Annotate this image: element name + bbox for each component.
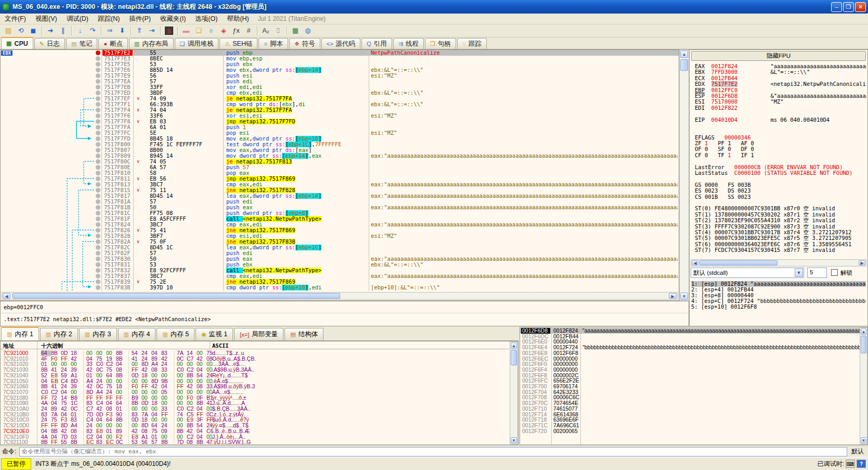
menu-插件(P)[interactable]: 插件(P) [124,14,156,24]
disasm-row[interactable]: 7517F7F4∨74 04je netapi32.7517F7FA [1,107,679,113]
tab-局部变量[interactable]: [x=]局部变量 [234,328,283,340]
row-dot[interactable] [96,131,100,135]
tab-内存布局[interactable]: ▥内存布局 [129,38,173,49]
registers-hscrollbar[interactable]: ◀ ▶ [691,259,866,266]
stack-row[interactable]: 0012F71074615077 [520,406,861,412]
register-line[interactable]: ES 0023 DS 0023 [695,188,866,194]
argument-row[interactable]: 2: [esp+4] 0012FB44 [691,287,866,293]
ordinals-icon[interactable]: # [243,26,254,36]
register-line[interactable]: EIP 004010D4 ms_06_040.004010D4 [695,117,866,123]
menu-调试(D)[interactable]: 调试(D) [62,14,93,24]
register-line[interactable]: LastStatus C0000100 (STATUS_VARIABLE_NOT… [695,170,866,176]
row-dot[interactable] [96,257,100,261]
registers-pane[interactable]: 隐藏FPU EAX 0012F824 "aaaaaaaaaaaaaaaaaaaa… [689,49,868,326]
disasm-row[interactable]: 7517F839∨75 2Ejne netapi32.7517F869 [1,279,679,285]
row-dot[interactable] [96,142,100,147]
memory-dump-pane[interactable]: 地址 十六进制 ASCII 7C921000648B0D180000008B54… [0,341,519,445]
disasm-row[interactable]: 7517F826∨75 41jne netapi32.7517F869 [1,227,679,233]
register-line[interactable] [695,111,866,117]
disasm-row[interactable]: 7517F83B397D 10cmp dword ptr ss:[ebp+10]… [1,285,679,290]
args-depth-spinner[interactable]: 5 ▲▼ [807,268,827,278]
stack-vscrollbar[interactable]: ▲ ▼ [860,327,867,444]
maximize-button[interactable]: ❐ [843,2,854,12]
tab-线程[interactable]: ⇉线程 [393,38,424,49]
disassembly-pane[interactable]: EDX 7517F7E255push ebpNetpwPathCanonical… [0,49,679,301]
row-dot[interactable] [96,154,100,158]
disasm-row[interactable]: 7517F7F8∨EB 03jmp netapi32.7517F7FD [1,119,679,124]
register-line[interactable]: EAX 0012F824 "aaaaaaaaaaaaaaaaaaaaaaaaaa… [695,63,866,69]
disasm-row[interactable]: 7517F83050push eaxeax:"aaaaaaaaaaaaaaaaa… [1,256,679,262]
row-dot[interactable] [96,165,100,170]
help-icon[interactable]: ? [857,460,866,468]
disasm-row[interactable]: 7517F7ED3BDFcmp ebx,ediebx:&L"=::=::\\" [1,90,679,96]
tab-源代码[interactable]: <>源代码 [321,38,360,49]
row-dot[interactable] [96,222,100,227]
register-line[interactable]: ECX 0012FB44 [695,75,866,81]
row-dot[interactable] [96,73,100,78]
step-out-icon[interactable]: ⬇ [116,26,128,36]
close-button[interactable]: ✕ [855,2,866,12]
disasm-row[interactable]: 7517F81FE8 A5FCFFFFcall <netapi32.NetpwP… [1,216,679,222]
register-line[interactable]: EFLAGS 00000346 [695,135,866,141]
tab-内存 2[interactable]: ▥内存 2 [40,328,78,340]
tab-结构体[interactable]: ▤结构体 [284,328,323,340]
register-line[interactable]: GS 0000 FS 003B [695,182,866,188]
register-line[interactable]: OF 0 SF 0 DF 0 [695,146,866,152]
register-line[interactable]: ESI 75170000 "MZ" [695,99,866,105]
row-dot[interactable] [96,211,100,215]
calculator-icon[interactable]: ▦ [290,26,301,36]
run-icon[interactable]: ➜ [45,26,56,36]
row-dot[interactable] [96,285,100,290]
argument-row[interactable]: 1: [esp] 0012F824 "aaaaaaaaaaaaaaaaaaaaa… [691,281,866,287]
disasm-row[interactable]: 7517F8243BC7cmp eax,edieax:"aaaaaaaaaaaa… [1,222,679,227]
row-dot[interactable] [96,199,100,204]
disasm-row[interactable]: 7517F7E255push ebpNetpwPathCanonicalize [1,50,679,56]
row-dot[interactable] [96,176,100,181]
row-dot[interactable] [96,228,100,233]
stack-pane[interactable]: 0012F6D80012F824"aaaaaaaaaaaaaaaaaaaaaaa… [520,327,868,445]
row-dot[interactable] [96,125,100,130]
register-line[interactable]: EBP 0012FFC0 [695,87,866,93]
row-dot[interactable] [96,171,100,175]
tab-SEH链[interactable]: ⚠SEH链 [219,38,257,49]
dump-vscrollbar[interactable]: ▲ ▼ [510,341,518,444]
row-dot[interactable] [96,68,100,72]
register-line[interactable]: ST(2) 1378023EF90C055A4310 x87r2 空 inval… [695,218,866,223]
row-dot[interactable] [96,91,100,95]
register-line[interactable]: ST(3) FFFF7C9302087C92E900 x87r3 空 inval… [695,224,866,230]
menu-视图(V)[interactable]: 视图(V) [31,14,62,24]
disasm-row[interactable]: 7517F82F57push edi [1,250,679,256]
disasm-row[interactable]: 7517F8373BC7cmp eax,edieax:"aaaaaaaaaaaa… [1,273,679,279]
argument-row[interactable]: 3: [esp+8] 00000440 [691,293,866,298]
patches-icon[interactable]: ▬ [180,26,192,36]
tab-日志[interactable]: ✎日志 [34,38,65,49]
run-to-user-code-icon[interactable]: ⇥ [146,26,158,36]
disasm-row[interactable]: 7517F7FA6A 01push 1 [1,124,679,130]
tab-CPU[interactable]: ▦CPU [1,37,33,49]
chevron-down-icon[interactable]: ▼ [795,269,803,277]
register-line[interactable]: ST(7) FCDC7C9304157C930415 x87r7 空 inval… [695,247,866,253]
tab-监视 1[interactable]: ◉监视 1 [196,328,233,340]
register-line[interactable]: ST(0) FE48000000007C9301BB x87r0 空 inval… [695,206,866,211]
tab-引用[interactable]: Q引用 [361,38,392,49]
strings-icon[interactable]: A₂ [260,26,271,36]
lock-checkbox[interactable] [831,269,838,276]
row-dot[interactable] [96,108,100,112]
internet-icon[interactable]: ◍ [302,26,314,36]
menu-收藏夹(I)[interactable]: 收藏夹(I) [156,14,190,24]
register-line[interactable]: ZF 1 PF 1 AF 0 [695,141,866,146]
register-line[interactable]: CS 001B SS 0023 [695,194,866,200]
row-dot[interactable] [96,102,100,107]
hide-fpu-button[interactable]: 隐藏FPU [691,51,866,61]
comments-icon[interactable]: ❏ [193,26,204,36]
stack-row[interactable]: 0012F72000200065 [520,428,861,434]
disasm-row[interactable]: 7517F811∨EB 56jmp netapi32.7517F869 [1,176,679,182]
row-dot[interactable] [96,62,100,67]
disasm-row[interactable]: 7517F832E8 92FCFFFFcall <netapi32.NetpwP… [1,268,679,273]
calling-convention-select[interactable]: 默认 (stdcall) ▼ [691,268,804,278]
tab-内存 3[interactable]: ▥内存 3 [79,328,117,340]
disasm-row[interactable]: 7517F81B50push eaxeax:"aaaaaaaaaaaaaaaaa… [1,205,679,210]
row-dot[interactable] [96,234,100,238]
row-dot[interactable] [96,119,100,124]
tab-调用堆栈[interactable]: ❏调用堆栈 [175,38,219,49]
